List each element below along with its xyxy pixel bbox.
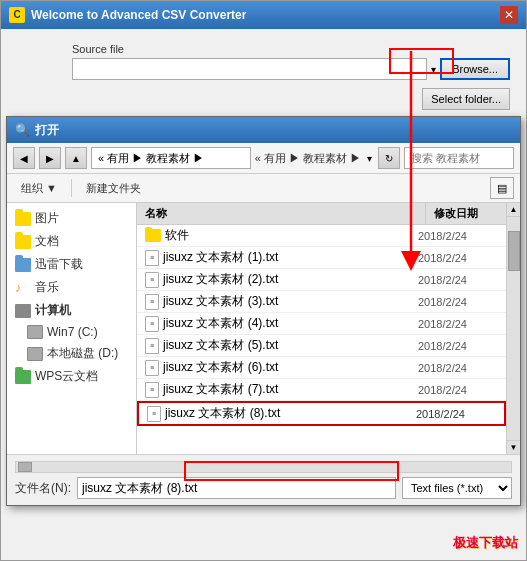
sidebar-item-thunder[interactable]: 迅雷下载 bbox=[7, 253, 136, 276]
source-browse-button[interactable]: Browse... bbox=[440, 58, 510, 80]
sidebar-item-win7c[interactable]: Win7 (C:) bbox=[7, 322, 136, 342]
drive-icon-d bbox=[27, 347, 43, 361]
address-text: « 有用 ▶ 教程素材 ▶ bbox=[255, 151, 361, 166]
dialog-toolbar: 组织 ▼ 新建文件夹 ▤ bbox=[7, 174, 520, 203]
search-input[interactable] bbox=[404, 147, 514, 169]
file-item-1[interactable]: jisuxz 文本素材 (1).txt 2018/2/24 bbox=[137, 247, 506, 269]
folder-icon-pictures bbox=[15, 212, 31, 226]
left-panel: 图片 文档 迅雷下载 ♪ 音乐 计算机 bbox=[7, 203, 137, 454]
close-button[interactable]: ✕ bbox=[500, 6, 518, 24]
dialog-title-bar: 🔍 打开 bbox=[7, 117, 520, 143]
sidebar-item-local-d[interactable]: 本地磁盘 (D:) bbox=[7, 342, 136, 365]
computer-icon bbox=[15, 304, 31, 318]
txt-icon-8 bbox=[147, 406, 161, 422]
txt-icon-2 bbox=[145, 272, 159, 288]
app-window: C Welcome to Advanced CSV Converter ✕ RT… bbox=[0, 0, 527, 561]
folder-icon-thunder bbox=[15, 258, 31, 272]
source-file-row: ▾ Browse... bbox=[72, 58, 510, 80]
file-item-software[interactable]: 软件 2018/2/24 bbox=[137, 225, 506, 247]
folder-icon-documents bbox=[15, 235, 31, 249]
filename-input[interactable] bbox=[77, 477, 396, 499]
forward-button[interactable]: ▶ bbox=[39, 147, 61, 169]
refresh-button[interactable]: ↻ bbox=[378, 147, 400, 169]
file-item-6[interactable]: jisuxz 文本素材 (6).txt 2018/2/24 bbox=[137, 357, 506, 379]
file-item-7[interactable]: jisuxz 文本素材 (7).txt 2018/2/24 bbox=[137, 379, 506, 401]
file-item-4[interactable]: jisuxz 文本素材 (4).txt 2018/2/24 bbox=[137, 313, 506, 335]
txt-icon-1 bbox=[145, 250, 159, 266]
file-dialog: 🔍 打开 ◀ ▶ ▲ « 有用 ▶ 教程素材 ▶ ▾ ↻ 组织 ▼ 新建文件夹 … bbox=[6, 116, 521, 506]
source-file-input[interactable] bbox=[72, 58, 427, 80]
filetype-select[interactable]: Text files (*.txt) All files (*.*) bbox=[402, 477, 512, 499]
sidebar-item-computer[interactable]: 计算机 bbox=[7, 299, 136, 322]
col-date: 修改日期 bbox=[426, 203, 506, 224]
txt-icon-5 bbox=[145, 338, 159, 354]
view-button[interactable]: ▤ bbox=[490, 177, 514, 199]
filename-row: 文件名(N): Text files (*.txt) All files (*.… bbox=[15, 477, 512, 499]
address-bar: ◀ ▶ ▲ « 有用 ▶ 教程素材 ▶ ▾ ↻ bbox=[7, 143, 520, 174]
sidebar-item-documents[interactable]: 文档 bbox=[7, 230, 136, 253]
address-input[interactable] bbox=[91, 147, 251, 169]
file-item-3[interactable]: jisuxz 文本素材 (3).txt 2018/2/24 bbox=[137, 291, 506, 313]
select-folder-button[interactable]: Select folder... bbox=[422, 88, 510, 110]
scrollbar-thumb[interactable] bbox=[508, 231, 520, 271]
watermark: 极速下载站 bbox=[453, 534, 518, 552]
dialog-title: 打开 bbox=[35, 122, 59, 139]
filename-label: 文件名(N): bbox=[15, 480, 71, 497]
organize-button[interactable]: 组织 ▼ bbox=[13, 177, 65, 199]
col-name: 名称 bbox=[137, 203, 426, 224]
dialog-bottom: 文件名(N): Text files (*.txt) All files (*.… bbox=[7, 454, 520, 505]
up-button[interactable]: ▲ bbox=[65, 147, 87, 169]
right-panel: 名称 修改日期 软件 2018/2/24 jisuxz 文本素材 (1).txt… bbox=[137, 203, 506, 454]
file-list-header: 名称 修改日期 bbox=[137, 203, 506, 225]
vertical-scrollbar[interactable]: ▲ ▼ bbox=[506, 203, 520, 454]
txt-icon-4 bbox=[145, 316, 159, 332]
file-item-2[interactable]: jisuxz 文本素材 (2).txt 2018/2/24 bbox=[137, 269, 506, 291]
title-bar: C Welcome to Advanced CSV Converter ✕ bbox=[1, 1, 526, 29]
address-dropdown[interactable]: ▾ bbox=[367, 153, 372, 164]
dialog-content: 图片 文档 迅雷下载 ♪ 音乐 计算机 bbox=[7, 203, 520, 454]
back-button[interactable]: ◀ bbox=[13, 147, 35, 169]
dialog-icon: 🔍 bbox=[15, 123, 29, 137]
music-icon: ♪ bbox=[15, 281, 31, 295]
file-item-5[interactable]: jisuxz 文本素材 (5).txt 2018/2/24 bbox=[137, 335, 506, 357]
file-item-8[interactable]: jisuxz 文本素材 (8).txt 2018/2/24 bbox=[137, 401, 506, 426]
txt-icon-7 bbox=[145, 382, 159, 398]
txt-icon-3 bbox=[145, 294, 159, 310]
source-file-label: Source file bbox=[72, 43, 510, 55]
sidebar-item-pictures[interactable]: 图片 bbox=[7, 207, 136, 230]
new-folder-button[interactable]: 新建文件夹 bbox=[78, 177, 149, 199]
txt-icon-6 bbox=[145, 360, 159, 376]
source-dropdown-icon[interactable]: ▾ bbox=[431, 64, 436, 75]
sidebar-item-wps[interactable]: WPS云文档 bbox=[7, 365, 136, 388]
drive-icon-c bbox=[27, 325, 43, 339]
app-title: Welcome to Advanced CSV Converter bbox=[31, 8, 246, 22]
app-icon: C bbox=[9, 7, 25, 23]
toolbar-separator bbox=[71, 179, 72, 197]
sidebar-item-music[interactable]: ♪ 音乐 bbox=[7, 276, 136, 299]
folder-icon-software bbox=[145, 229, 161, 242]
folder-icon-wps bbox=[15, 370, 31, 384]
